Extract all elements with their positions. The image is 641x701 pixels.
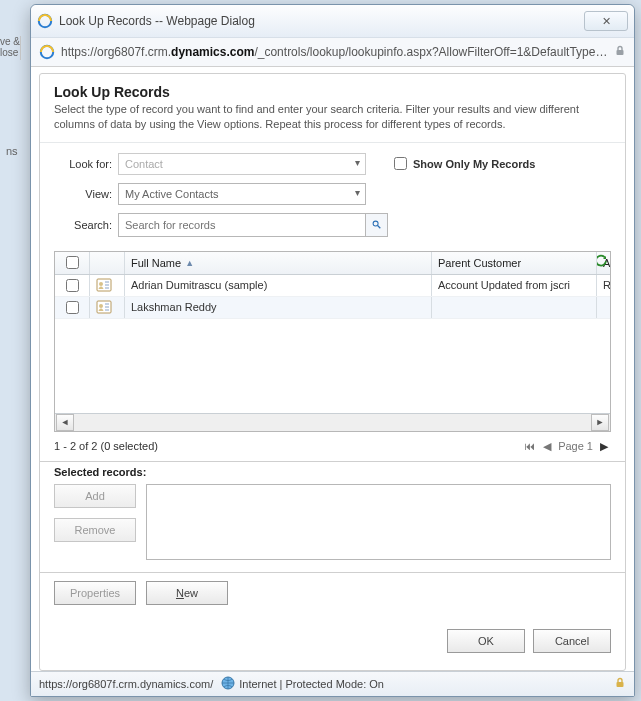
grid-body: Adrian Dumitrascu (sample) Account Updat…: [55, 275, 610, 413]
header-parent-customer[interactable]: Parent Customer: [432, 252, 597, 274]
heading-description: Select the type of record you want to fi…: [54, 102, 611, 132]
url-suffix: /_controls/lookup/lookupinfo.aspx?AllowF…: [254, 45, 608, 59]
selected-records-label: Selected records:: [54, 466, 611, 478]
svg-point-3: [373, 221, 378, 226]
scroll-right-button[interactable]: ►: [591, 414, 609, 431]
table-row[interactable]: Adrian Dumitrascu (sample) Account Updat…: [55, 275, 610, 297]
contact-icon: [90, 297, 125, 318]
search-button[interactable]: [366, 213, 388, 237]
look-for-label: Look for:: [54, 158, 118, 170]
properties-button[interactable]: Properties: [54, 581, 136, 605]
new-button[interactable]: New: [146, 581, 228, 605]
select-all-checkbox[interactable]: [66, 256, 79, 269]
svg-line-4: [378, 226, 381, 229]
search-input[interactable]: [118, 213, 366, 237]
selected-records-list[interactable]: [146, 484, 611, 560]
titlebar: Look Up Records -- Webpage Dialog ✕: [31, 5, 634, 38]
row-address-city: Redmond: [597, 275, 610, 296]
url-prefix: https://org6807f.crm.: [61, 45, 171, 59]
svg-point-6: [99, 282, 103, 286]
new-rest: ew: [184, 587, 198, 599]
dialog-content: Look Up Records Select the type of recor…: [39, 73, 626, 671]
show-only-label: Show Only My Records: [413, 158, 535, 170]
header-icon-cell: [90, 252, 125, 274]
grid-header: Full Name ▲ Parent Customer Address 1: C…: [55, 252, 610, 275]
row-full-name: Lakshman Reddy: [125, 297, 432, 318]
lower-buttons: Properties New: [40, 572, 625, 605]
ie-icon: [39, 44, 55, 60]
globe-icon: [221, 676, 235, 692]
status-url: https://org6807f.crm.dynamics.com/: [39, 678, 213, 690]
cancel-button[interactable]: Cancel: [533, 629, 611, 653]
row-checkbox[interactable]: [66, 279, 79, 292]
row-parent-customer: [432, 297, 597, 318]
row-parent-customer: Account Updated from jscri: [432, 275, 597, 296]
heading-title: Look Up Records: [54, 84, 611, 100]
scroll-left-button[interactable]: ◄: [56, 414, 74, 431]
dialog-heading: Look Up Records Select the type of recor…: [40, 74, 625, 143]
search-icon: [372, 218, 381, 231]
row-full-name: Adrian Dumitrascu (sample): [125, 275, 432, 296]
address-url[interactable]: https://org6807f.crm.dynamics.com/_contr…: [61, 45, 608, 59]
contact-icon: [90, 275, 125, 296]
results-grid: Full Name ▲ Parent Customer Address 1: C…: [54, 251, 611, 432]
svg-point-11: [99, 304, 103, 308]
pager-next-button[interactable]: ▶: [597, 440, 611, 453]
view-select[interactable]: My Active Contacts: [118, 183, 366, 205]
show-only-my-records[interactable]: Show Only My Records: [390, 154, 535, 173]
url-host: dynamics.com: [171, 45, 254, 59]
lock-icon: [614, 45, 626, 59]
row-address-city: [597, 297, 610, 318]
search-label: Search:: [54, 219, 118, 231]
status-zone-text: Internet | Protected Mode: On: [239, 678, 384, 690]
statusbar: https://org6807f.crm.dynamics.com/ Inter…: [31, 671, 634, 696]
add-button[interactable]: Add: [54, 484, 136, 508]
look-for-select[interactable]: Contact: [118, 153, 366, 175]
pager: ⏮ ◀ Page 1 ▶: [522, 440, 611, 453]
table-row[interactable]: Lakshman Reddy: [55, 297, 610, 319]
svg-rect-2: [617, 50, 624, 55]
filter-area: Look for: Contact Show Only My Records V…: [40, 143, 625, 251]
svg-rect-16: [617, 682, 624, 687]
dialog-title: Look Up Records -- Webpage Dialog: [59, 14, 584, 28]
pager-first-button[interactable]: ⏮: [522, 440, 536, 452]
ok-cancel-row: OK Cancel: [40, 605, 625, 667]
new-accelerator: N: [176, 587, 184, 599]
record-count: 1 - 2 of 2 (0 selected): [54, 440, 158, 452]
lookup-dialog: Look Up Records -- Webpage Dialog ✕ http…: [30, 4, 635, 697]
pager-page-label: Page 1: [558, 440, 593, 452]
refresh-icon[interactable]: [597, 254, 608, 270]
background-text: ns: [6, 145, 18, 157]
header-address-city[interactable]: Address 1: City: [597, 252, 610, 274]
grid-footer: 1 - 2 of 2 (0 selected) ⏮ ◀ Page 1 ▶: [40, 432, 625, 457]
grid-scrollbar[interactable]: ◄ ►: [55, 413, 610, 431]
sort-asc-icon: ▲: [185, 258, 194, 268]
view-label: View:: [54, 188, 118, 200]
row-checkbox[interactable]: [66, 301, 79, 314]
background-text: ve &: [0, 36, 20, 47]
lock-icon: [614, 677, 626, 691]
address-bar: https://org6807f.crm.dynamics.com/_contr…: [31, 38, 634, 67]
remove-button[interactable]: Remove: [54, 518, 136, 542]
internet-zone: Internet | Protected Mode: On: [221, 676, 384, 692]
background-text: lose: [0, 47, 20, 58]
ie-icon: [37, 13, 53, 29]
window-close-button[interactable]: ✕: [584, 11, 628, 31]
pager-prev-button[interactable]: ◀: [540, 440, 554, 453]
ok-button[interactable]: OK: [447, 629, 525, 653]
show-only-checkbox[interactable]: [394, 157, 407, 170]
select-all-cell[interactable]: [55, 252, 90, 274]
header-full-name[interactable]: Full Name ▲: [125, 252, 432, 274]
header-full-name-label: Full Name: [131, 257, 181, 269]
selected-records-area: Selected records: Add Remove: [40, 461, 625, 572]
